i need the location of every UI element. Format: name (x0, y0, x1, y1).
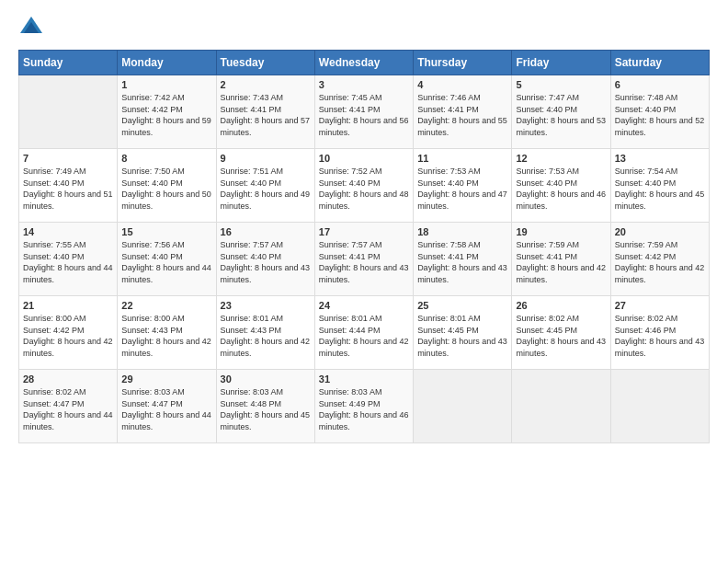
calendar-cell: 12Sunrise: 7:53 AMSunset: 4:40 PMDayligh… (512, 149, 610, 223)
day-number: 4 (417, 79, 507, 90)
day-number: 1 (121, 79, 211, 90)
day-number: 15 (121, 226, 211, 237)
calendar-cell: 13Sunrise: 7:54 AMSunset: 4:40 PMDayligh… (610, 149, 709, 223)
calendar-cell: 25Sunrise: 8:01 AMSunset: 4:45 PMDayligh… (414, 296, 512, 370)
calendar-cell: 20Sunrise: 7:59 AMSunset: 4:42 PMDayligh… (610, 223, 709, 296)
calendar-cell: 8Sunrise: 7:50 AMSunset: 4:40 PMDaylight… (118, 149, 216, 223)
day-info: Sunrise: 8:03 AMSunset: 4:49 PMDaylight:… (319, 387, 409, 431)
logo-icon (18, 15, 44, 40)
day-info: Sunrise: 7:45 AMSunset: 4:41 PMDaylight:… (319, 93, 409, 137)
calendar-cell: 14Sunrise: 7:55 AMSunset: 4:40 PMDayligh… (19, 223, 118, 296)
day-number: 16 (221, 226, 311, 237)
day-number: 29 (121, 373, 211, 385)
day-info: Sunrise: 7:59 AMSunset: 4:41 PMDaylight:… (516, 240, 606, 284)
day-number: 19 (516, 226, 606, 237)
calendar-cell: 17Sunrise: 7:57 AMSunset: 4:41 PMDayligh… (314, 223, 413, 296)
day-info: Sunrise: 7:53 AMSunset: 4:40 PMDaylight:… (417, 167, 507, 211)
day-info: Sunrise: 8:01 AMSunset: 4:45 PMDaylight:… (417, 314, 507, 358)
week-row-1: 1Sunrise: 7:42 AMSunset: 4:42 PMDaylight… (19, 75, 710, 149)
main-container: SundayMondayTuesdayWednesdayThursdayFrid… (0, 0, 728, 453)
day-info: Sunrise: 8:02 AMSunset: 4:47 PMDaylight:… (23, 387, 113, 431)
week-row-3: 14Sunrise: 7:55 AMSunset: 4:40 PMDayligh… (19, 223, 710, 296)
day-info: Sunrise: 7:59 AMSunset: 4:42 PMDaylight:… (615, 240, 705, 284)
header (18, 15, 710, 40)
calendar-cell: 16Sunrise: 7:57 AMSunset: 4:40 PMDayligh… (216, 223, 314, 296)
calendar-body: 1Sunrise: 7:42 AMSunset: 4:42 PMDaylight… (19, 75, 710, 443)
day-info: Sunrise: 7:46 AMSunset: 4:41 PMDaylight:… (417, 93, 507, 137)
calendar-cell: 26Sunrise: 8:02 AMSunset: 4:45 PMDayligh… (512, 296, 610, 370)
calendar-cell: 19Sunrise: 7:59 AMSunset: 4:41 PMDayligh… (512, 223, 610, 296)
day-number: 31 (319, 373, 409, 385)
day-number: 28 (23, 373, 113, 385)
day-info: Sunrise: 8:00 AMSunset: 4:42 PMDaylight:… (23, 314, 113, 358)
calendar-cell: 9Sunrise: 7:51 AMSunset: 4:40 PMDaylight… (216, 149, 314, 223)
calendar-cell: 10Sunrise: 7:52 AMSunset: 4:40 PMDayligh… (314, 149, 413, 223)
day-info: Sunrise: 7:52 AMSunset: 4:40 PMDaylight:… (319, 167, 409, 211)
day-header-saturday: Saturday (610, 51, 709, 75)
day-info: Sunrise: 7:57 AMSunset: 4:40 PMDaylight:… (221, 240, 311, 284)
day-info: Sunrise: 7:56 AMSunset: 4:40 PMDaylight:… (121, 240, 211, 284)
calendar-cell: 1Sunrise: 7:42 AMSunset: 4:42 PMDaylight… (118, 75, 216, 149)
day-info: Sunrise: 7:48 AMSunset: 4:40 PMDaylight:… (615, 93, 705, 137)
calendar-cell: 30Sunrise: 8:03 AMSunset: 4:48 PMDayligh… (216, 370, 314, 443)
day-number: 26 (516, 300, 606, 311)
calendar-cell: 28Sunrise: 8:02 AMSunset: 4:47 PMDayligh… (19, 370, 118, 443)
day-info: Sunrise: 7:43 AMSunset: 4:41 PMDaylight:… (221, 93, 311, 137)
day-number: 18 (417, 226, 507, 237)
day-info: Sunrise: 8:02 AMSunset: 4:46 PMDaylight:… (615, 314, 705, 358)
header-row: SundayMondayTuesdayWednesdayThursdayFrid… (19, 51, 710, 75)
day-number: 14 (23, 226, 113, 237)
day-info: Sunrise: 7:55 AMSunset: 4:40 PMDaylight:… (23, 240, 113, 284)
week-row-2: 7Sunrise: 7:49 AMSunset: 4:40 PMDaylight… (19, 149, 710, 223)
calendar-cell: 31Sunrise: 8:03 AMSunset: 4:49 PMDayligh… (314, 370, 413, 443)
day-header-sunday: Sunday (19, 51, 118, 75)
calendar-cell: 6Sunrise: 7:48 AMSunset: 4:40 PMDaylight… (610, 75, 709, 149)
calendar-cell: 15Sunrise: 7:56 AMSunset: 4:40 PMDayligh… (118, 223, 216, 296)
calendar-cell: 7Sunrise: 7:49 AMSunset: 4:40 PMDaylight… (19, 149, 118, 223)
calendar-cell: 23Sunrise: 8:01 AMSunset: 4:43 PMDayligh… (216, 296, 314, 370)
day-info: Sunrise: 7:47 AMSunset: 4:40 PMDaylight:… (516, 93, 606, 137)
day-info: Sunrise: 7:50 AMSunset: 4:40 PMDaylight:… (121, 167, 211, 211)
day-header-friday: Friday (512, 51, 610, 75)
calendar-header: SundayMondayTuesdayWednesdayThursdayFrid… (19, 51, 710, 75)
calendar-cell (19, 75, 118, 149)
calendar-cell: 22Sunrise: 8:00 AMSunset: 4:43 PMDayligh… (118, 296, 216, 370)
day-info: Sunrise: 7:58 AMSunset: 4:41 PMDaylight:… (417, 240, 507, 284)
day-number: 10 (319, 153, 409, 164)
day-header-thursday: Thursday (414, 51, 512, 75)
day-number: 7 (23, 153, 113, 164)
calendar-cell (512, 370, 610, 443)
day-info: Sunrise: 8:00 AMSunset: 4:43 PMDaylight:… (121, 314, 211, 358)
day-info: Sunrise: 7:42 AMSunset: 4:42 PMDaylight:… (121, 93, 211, 137)
day-number: 12 (516, 153, 606, 164)
day-info: Sunrise: 7:57 AMSunset: 4:41 PMDaylight:… (319, 240, 409, 284)
day-number: 20 (615, 226, 705, 237)
day-number: 24 (319, 300, 409, 311)
week-row-4: 21Sunrise: 8:00 AMSunset: 4:42 PMDayligh… (19, 296, 710, 370)
day-number: 6 (615, 79, 705, 90)
day-number: 27 (615, 300, 705, 311)
calendar-cell: 2Sunrise: 7:43 AMSunset: 4:41 PMDaylight… (216, 75, 314, 149)
day-info: Sunrise: 8:01 AMSunset: 4:44 PMDaylight:… (319, 314, 409, 358)
day-number: 11 (417, 153, 507, 164)
day-info: Sunrise: 7:51 AMSunset: 4:40 PMDaylight:… (221, 167, 311, 211)
day-number: 5 (516, 79, 606, 90)
day-info: Sunrise: 8:02 AMSunset: 4:45 PMDaylight:… (516, 314, 606, 358)
day-number: 17 (319, 226, 409, 237)
calendar-cell: 3Sunrise: 7:45 AMSunset: 4:41 PMDaylight… (314, 75, 413, 149)
day-number: 23 (221, 300, 311, 311)
week-row-5: 28Sunrise: 8:02 AMSunset: 4:47 PMDayligh… (19, 370, 710, 443)
day-header-monday: Monday (118, 51, 216, 75)
day-number: 13 (615, 153, 705, 164)
calendar-cell: 21Sunrise: 8:00 AMSunset: 4:42 PMDayligh… (19, 296, 118, 370)
calendar-cell: 27Sunrise: 8:02 AMSunset: 4:46 PMDayligh… (610, 296, 709, 370)
day-number: 22 (121, 300, 211, 311)
calendar-cell (610, 370, 709, 443)
day-number: 30 (221, 373, 311, 385)
day-info: Sunrise: 8:03 AMSunset: 4:48 PMDaylight:… (221, 387, 311, 431)
calendar-cell: 5Sunrise: 7:47 AMSunset: 4:40 PMDaylight… (512, 75, 610, 149)
day-info: Sunrise: 7:53 AMSunset: 4:40 PMDaylight:… (516, 167, 606, 211)
day-number: 21 (23, 300, 113, 311)
calendar-cell: 18Sunrise: 7:58 AMSunset: 4:41 PMDayligh… (414, 223, 512, 296)
calendar-cell: 11Sunrise: 7:53 AMSunset: 4:40 PMDayligh… (414, 149, 512, 223)
